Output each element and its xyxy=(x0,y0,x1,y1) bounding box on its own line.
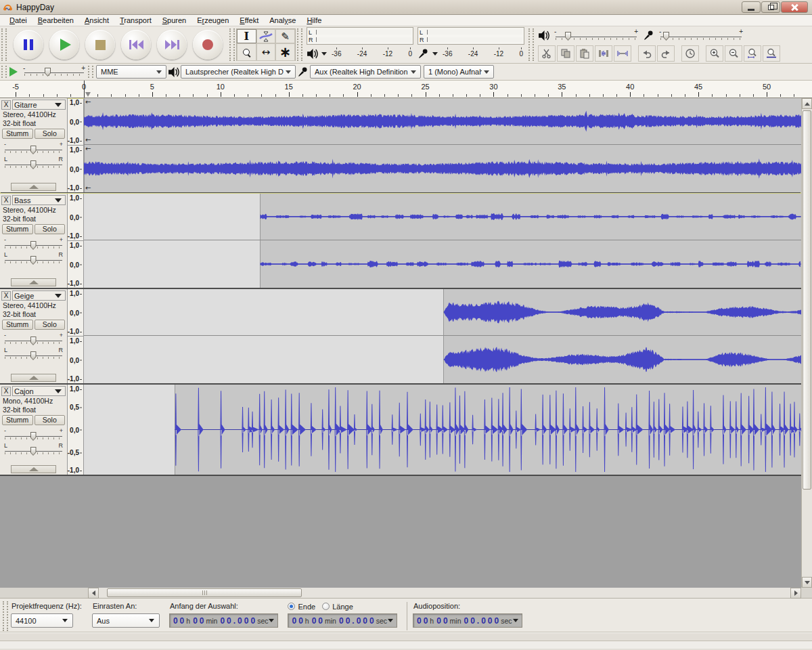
device-toolbar-grip[interactable] xyxy=(88,66,93,78)
close-button[interactable] xyxy=(781,1,808,13)
pan-slider[interactable]: LR xyxy=(3,155,64,169)
stop-button[interactable] xyxy=(85,30,115,60)
trim-audio-button[interactable] xyxy=(595,45,612,62)
input-channels-select[interactable]: 1 (Mono) Aufnahn xyxy=(424,65,494,79)
play-at-speed-button[interactable] xyxy=(9,67,18,77)
copy-button[interactable] xyxy=(557,45,574,62)
collapse-track-button[interactable] xyxy=(11,465,56,473)
track-name-menu[interactable]: Geige xyxy=(12,290,66,301)
host-select[interactable]: MME xyxy=(96,65,166,79)
zoom-out-button[interactable] xyxy=(725,45,742,62)
gain-slider[interactable]: -+ xyxy=(3,236,64,250)
input-volume-slider[interactable]: -+ xyxy=(658,28,744,43)
menu-analyse[interactable]: Analyse xyxy=(264,16,301,25)
minimize-button[interactable] xyxy=(742,1,761,13)
mute-button[interactable]: Stumm xyxy=(2,320,33,330)
selection-end-time[interactable]: 00h 00min 00.000sec xyxy=(288,613,397,628)
track-close-button[interactable]: X xyxy=(1,196,11,205)
playback-meter-dropdown[interactable] xyxy=(321,52,327,56)
pan-slider[interactable]: LR xyxy=(3,441,64,456)
menu-erzeugen[interactable]: Erzeugen xyxy=(191,16,234,25)
solo-button[interactable]: Solo xyxy=(35,129,66,139)
gain-thumb[interactable] xyxy=(30,146,37,154)
transport-toolbar-grip[interactable] xyxy=(1,28,7,61)
timeline-ruler[interactable]: -505101520253035404550 xyxy=(0,81,812,98)
cut-button[interactable] xyxy=(538,45,556,62)
waveform[interactable] xyxy=(84,145,801,192)
output-volume-slider[interactable]: -+ xyxy=(553,28,639,43)
track-cajon-vertical-ruler[interactable]: 1,00,50,0-0,5-1,0 xyxy=(68,385,84,475)
solo-button[interactable]: Solo xyxy=(35,320,66,330)
vertical-scroll-thumb[interactable] xyxy=(803,110,811,490)
zoom-in-button[interactable] xyxy=(706,45,723,62)
track-gitarre-vertical-ruler[interactable]: 1,00,0-1,0 1,00,0-1,0 xyxy=(68,98,84,192)
multi-tool-button[interactable]: ∗ xyxy=(275,43,295,61)
chevron-down-icon[interactable] xyxy=(513,619,518,622)
gain-slider[interactable]: -+ xyxy=(3,140,64,154)
track-name-menu[interactable]: Gitarre xyxy=(12,100,66,110)
chevron-down-icon[interactable] xyxy=(388,619,393,622)
selection-tool-button[interactable]: I xyxy=(237,29,256,43)
menu-effekt[interactable]: Effekt xyxy=(234,16,264,25)
gain-slider[interactable]: -+ xyxy=(3,427,64,441)
track-bass-vertical-ruler[interactable]: 1,00,0-1,0 1,00,0-1,0 xyxy=(68,194,84,288)
record-button[interactable] xyxy=(193,30,223,60)
silence-audio-button[interactable] xyxy=(614,45,631,62)
waveform[interactable] xyxy=(84,385,801,475)
draw-tool-button[interactable]: ✎ xyxy=(275,29,295,43)
chevron-down-icon[interactable] xyxy=(269,619,274,622)
pan-thumb[interactable] xyxy=(30,447,37,456)
gain-thumb[interactable] xyxy=(30,241,37,250)
skip-to-end-button[interactable] xyxy=(157,30,187,60)
waveform[interactable] xyxy=(84,194,801,240)
pan-thumb[interactable] xyxy=(30,351,37,360)
horizontal-scrollbar[interactable] xyxy=(99,588,790,598)
undo-button[interactable] xyxy=(638,45,656,62)
menu-spuren[interactable]: Spuren xyxy=(157,16,191,25)
scroll-left-button[interactable] xyxy=(88,588,99,599)
gain-thumb[interactable] xyxy=(30,337,37,345)
waveform[interactable] xyxy=(84,98,801,144)
track-close-button[interactable]: X xyxy=(1,387,11,396)
solo-button[interactable]: Solo xyxy=(35,224,66,234)
track-name-menu[interactable]: Bass xyxy=(12,195,66,205)
waveform[interactable] xyxy=(84,240,801,288)
mute-button[interactable]: Stumm xyxy=(2,129,33,139)
restore-button[interactable] xyxy=(761,1,780,13)
recording-meter[interactable]: L R -36-24-120 xyxy=(418,27,524,62)
empty-track-area[interactable] xyxy=(0,476,801,588)
tools-toolbar-grip[interactable] xyxy=(229,28,235,61)
gain-thumb[interactable] xyxy=(30,432,37,441)
gain-slider[interactable]: -+ xyxy=(3,331,64,345)
track-close-button[interactable]: X xyxy=(1,100,11,110)
track-bass-channel-right[interactable] xyxy=(84,240,801,288)
pause-button[interactable] xyxy=(14,30,43,60)
playback-speed-slider[interactable]: -+ xyxy=(22,66,87,78)
meter-toolbar-grip[interactable] xyxy=(297,28,302,61)
menu-hilfe[interactable]: Hilfe xyxy=(301,16,327,25)
track-cajon-channel[interactable] xyxy=(84,385,801,475)
playback-meter[interactable]: L R -36-24-120 xyxy=(307,27,413,62)
pan-slider[interactable]: LR xyxy=(3,346,64,360)
waveform[interactable] xyxy=(84,336,801,383)
collapse-track-button[interactable] xyxy=(11,183,56,191)
track-name-menu[interactable]: Cajon xyxy=(12,386,66,396)
recording-meter-dropdown[interactable] xyxy=(432,52,438,56)
scroll-right-button[interactable] xyxy=(790,588,801,599)
scroll-up-button[interactable] xyxy=(802,98,812,109)
collapse-track-button[interactable] xyxy=(11,374,56,382)
project-rate-select[interactable]: 44100 xyxy=(11,613,73,628)
track-close-button[interactable]: X xyxy=(1,291,11,301)
pan-thumb[interactable] xyxy=(30,160,37,169)
fit-selection-button[interactable] xyxy=(744,45,761,62)
track-geige-vertical-ruler[interactable]: 1,00,0-1,0 1,00,0-1,0 xyxy=(68,289,84,383)
waveform[interactable] xyxy=(84,289,801,335)
track-bass-channel-left[interactable] xyxy=(84,194,801,240)
menu-bearbeiten[interactable]: Bearbeiten xyxy=(32,16,79,25)
mixer-toolbar-grip[interactable] xyxy=(528,28,534,61)
selection-toolbar-grip[interactable] xyxy=(3,601,8,631)
track-geige-channel-right[interactable] xyxy=(84,336,801,383)
fit-project-button[interactable] xyxy=(763,45,780,62)
vertical-scrollbar[interactable] xyxy=(801,98,812,588)
menu-transport[interactable]: Transport xyxy=(114,16,157,25)
